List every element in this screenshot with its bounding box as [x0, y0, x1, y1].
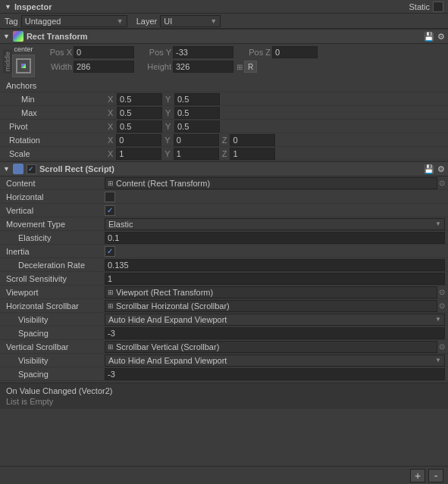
viewport-row: Viewport ⊞ Viewport (Rect Transform) ⊙ [0, 286, 448, 299]
inertia-checkbox[interactable] [105, 246, 115, 257]
movement-type-dropdown[interactable]: Elastic ▼ [105, 218, 445, 230]
layer-label: Layer [136, 17, 158, 26]
rect-transform-icon [13, 31, 23, 42]
width-label: Width [38, 62, 72, 71]
scroll-sensitivity-row: Scroll Sensitivity [0, 272, 448, 286]
horiz-scrollbar-field[interactable]: ⊞ Scrollbar Horizontal (Scrollbar) [105, 300, 437, 312]
height-label: Height [137, 62, 171, 71]
vert-scrollbar-link[interactable]: ⊙ [439, 342, 445, 351]
add-component-button[interactable]: + [410, 469, 425, 482]
width-group: Width [38, 61, 134, 73]
rt-fields: Pos X Pos Y Pos Z Width [38, 45, 445, 74]
content-label: Content [6, 179, 105, 188]
horiz-scrollbar-link[interactable]: ⊙ [439, 301, 445, 310]
sr-gear-btn[interactable]: ⚙ [437, 164, 445, 174]
scale-x[interactable] [116, 148, 161, 160]
scroll-rect-foldout[interactable]: ▼ [3, 165, 10, 173]
scale-xyz: X Y Z [108, 148, 275, 160]
rect-transform-body: middle center Pos X [0, 44, 448, 161]
tag-chevron: ▼ [117, 17, 124, 25]
tag-layer-bar: Tag Untagged ▼ Layer UI ▼ [0, 14, 448, 29]
vertical-label: Vertical [6, 206, 105, 215]
r-btn-area: ⊞ R [237, 61, 257, 73]
pos-x-label: Pos X [38, 48, 72, 57]
anchor-max-x[interactable] [117, 107, 162, 119]
anchor-max-y[interactable] [174, 107, 220, 119]
center-label: center [14, 45, 33, 53]
deceleration-rate-label: Deceleration Rate [6, 261, 105, 270]
collapse-arrow[interactable]: ▼ [5, 3, 11, 11]
vert-visibility-dropdown[interactable]: Auto Hide And Expand Viewport ▼ [105, 354, 445, 367]
inspector-title: Inspector [14, 2, 52, 11]
tag-dropdown[interactable]: Untagged ▼ [21, 15, 127, 27]
pivot-y[interactable] [174, 120, 220, 133]
pos-x-input[interactable] [74, 46, 134, 58]
inspector-header: ▼ Inspector Static [0, 0, 448, 14]
rt-icon-btn[interactable]: 💾 [424, 32, 434, 42]
pivot-x[interactable] [117, 120, 162, 133]
layer-dropdown[interactable]: UI ▼ [160, 15, 221, 27]
pos-y-input[interactable] [173, 46, 233, 58]
width-input[interactable] [74, 61, 134, 73]
scale-y[interactable] [174, 148, 219, 160]
layer-chevron: ▼ [210, 17, 217, 25]
anchor-min-x[interactable] [117, 93, 162, 105]
vert-scrollbar-row: Vertical Scrollbar ⊞ Scrollbar Vertical … [0, 340, 448, 354]
anchor-min-label: Min [9, 95, 108, 104]
rt-foldout-arrow[interactable]: ▼ [3, 33, 10, 40]
horiz-vis-arrow: ▼ [435, 316, 441, 323]
rt-pivot-icon[interactable] [12, 55, 35, 77]
sr-icon-btn[interactable]: 💾 [424, 164, 434, 174]
pivot-dot [21, 64, 26, 68]
scale-x-axis: X [108, 149, 113, 158]
rt-gear-btn[interactable]: ⚙ [437, 32, 445, 42]
deceleration-rate-input[interactable] [105, 259, 445, 271]
scale-z[interactable] [230, 148, 275, 160]
anchor-max-xy: X Y [108, 107, 445, 119]
rot-x[interactable] [116, 134, 161, 146]
scroll-rect-title: Scroll Rect (Script) [39, 164, 114, 173]
horiz-visibility-label: Visibility [6, 315, 105, 324]
scroll-rect-body: Content ⊞ Content (Rect Transform) ⊙ Hor… [0, 176, 448, 381]
rot-y[interactable] [174, 134, 219, 146]
inertia-label: Inertia [6, 247, 105, 256]
deceleration-rate-row: Deceleration Rate [0, 258, 448, 272]
pivot-y-axis: Y [165, 122, 173, 131]
r-button[interactable]: R [244, 61, 257, 73]
elasticity-input[interactable] [105, 232, 445, 244]
scroll-rect-enable-checkbox[interactable] [27, 164, 36, 174]
pos-z-label: Pos Z [237, 48, 271, 57]
horizontal-checkbox[interactable] [105, 192, 115, 202]
pivot-box [16, 58, 31, 73]
vertical-checkbox[interactable] [105, 205, 115, 216]
rt-size-row: Width Height ⊞ R [38, 60, 445, 73]
remove-component-button[interactable]: - [428, 469, 443, 482]
vert-scrollbar-icon: ⊞ [108, 343, 114, 351]
pos-z-input[interactable] [272, 46, 318, 58]
content-link-icon[interactable]: ⊙ [439, 179, 445, 187]
viewport-link-icon[interactable]: ⊙ [439, 288, 445, 296]
static-area: Static [409, 2, 443, 12]
anchor-min-x-field: X [108, 93, 162, 105]
horizontal-label: Horizontal [6, 192, 105, 201]
horizontal-row: Horizontal [0, 190, 448, 204]
vert-spacing-input[interactable] [105, 368, 445, 380]
scroll-sensitivity-input[interactable] [105, 273, 445, 285]
viewport-field[interactable]: ⊞ Viewport (Rect Transform) [105, 286, 437, 298]
scroll-rect-header: ▼ Scroll Rect (Script) 💾 ⚙ [0, 161, 448, 176]
horiz-visibility-dropdown[interactable]: Auto Hide And Expand Viewport ▼ [105, 314, 445, 326]
pos-z-group: Pos Z [237, 46, 318, 58]
horiz-spacing-label: Spacing [6, 329, 105, 338]
rt-pos-row: Pos X Pos Y Pos Z [38, 45, 445, 59]
static-checkbox[interactable] [433, 2, 443, 12]
rect-transform-title: Rect Transform [27, 32, 88, 41]
horiz-spacing-input[interactable] [105, 327, 445, 339]
pos-y-label: Pos Y [137, 48, 171, 57]
rot-z[interactable] [230, 134, 275, 146]
anchor-min-y[interactable] [174, 93, 220, 105]
scroll-rect-buttons: 💾 ⚙ [424, 164, 445, 174]
height-input[interactable] [173, 61, 233, 73]
blueprint-icon: ⊞ [237, 63, 243, 71]
vert-scrollbar-field[interactable]: ⊞ Scrollbar Vertical (Scrollbar) [105, 341, 437, 353]
content-field[interactable]: ⊞ Content (Rect Transform) [105, 177, 437, 189]
